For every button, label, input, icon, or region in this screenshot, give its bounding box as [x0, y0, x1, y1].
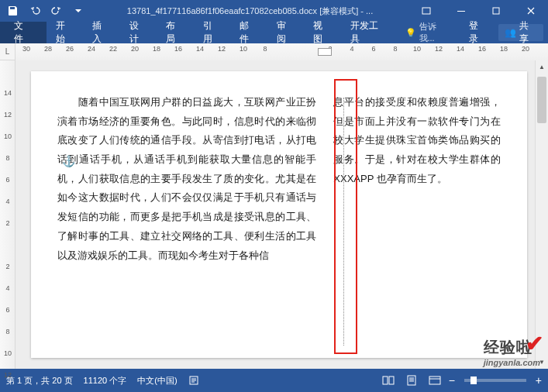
ruler-tick: 30 [16, 45, 37, 53]
ruler-tick: 8 [2, 147, 14, 169]
status-bar: 第 1 页，共 20 页 11120 个字 中文(中国) − + [0, 369, 548, 392]
qat-customize-button[interactable] [68, 2, 88, 20]
ruler-tick: 4 [341, 45, 363, 53]
tab-review[interactable]: 审阅 [267, 22, 305, 43]
tab-insert[interactable]: 插入 [83, 22, 120, 43]
zoom-thumb[interactable] [470, 377, 477, 384]
language[interactable]: 中文(中国) [137, 375, 177, 387]
svg-rect-7 [429, 377, 440, 384]
ruler-tick: 14 [2, 386, 14, 392]
ruler-tick: 6 [363, 45, 384, 53]
read-mode-button[interactable] [379, 372, 398, 389]
ruler-tick: 8 [384, 45, 406, 53]
ruler-tick: 8 [254, 45, 276, 53]
ruler-tick [2, 60, 14, 82]
tab-references[interactable]: 引用 [194, 22, 231, 43]
ruler-tick: 24 [81, 45, 102, 53]
window-controls [408, 0, 548, 22]
ruler-tick: 14 [189, 45, 211, 53]
print-layout-button[interactable] [402, 372, 421, 389]
tab-layout[interactable]: 布局 [157, 22, 194, 43]
ruler-tick: 18 [493, 45, 515, 53]
ruler-tick: 10 [2, 126, 14, 147]
svg-rect-6 [408, 376, 415, 385]
ruler-tick [2, 234, 14, 256]
word-count[interactable]: 11120 个字 [84, 375, 127, 387]
ruler-corner[interactable]: L [0, 43, 16, 60]
vertical-ruler[interactable]: 14121086422468101214 [0, 60, 16, 369]
document-canvas[interactable]: ⚓ 随着中国互联网用户群的日益庞大，互联网产业正扮演着市场经济的重要角色。与此同… [16, 60, 535, 369]
scroll-thumb[interactable] [537, 77, 546, 123]
scroll-up-button[interactable]: ▲ [536, 60, 548, 74]
anchor-icon: ⚓ [62, 155, 75, 167]
lightbulb-icon: 💡 [405, 28, 416, 38]
zoom-in-button[interactable]: + [536, 374, 542, 387]
ruler-tick [298, 45, 319, 53]
tab-home[interactable]: 开始 [47, 22, 84, 43]
tell-me[interactable]: 💡告诉我... [396, 22, 460, 43]
redo-button[interactable] [47, 2, 67, 20]
ruler-tick: 10 [2, 342, 14, 364]
track-changes-icon[interactable] [188, 375, 199, 387]
ruler-tick: 12 [2, 104, 14, 126]
page: ⚓ 随着中国互联网用户群的日益庞大，互联网产业正扮演着市场经济的重要角色。与此同… [31, 71, 527, 358]
ribbon-options-button[interactable] [408, 0, 443, 22]
svg-rect-5 [389, 377, 394, 384]
svg-rect-0 [422, 8, 430, 14]
ruler-tick: 22 [102, 45, 124, 53]
tab-file[interactable]: 文件 [0, 22, 47, 43]
title-bar: 13781_4f177116a86f1f06eaafc17082ceb085.d… [0, 0, 548, 22]
ruler-tick: 6 [2, 299, 14, 321]
column-separator [343, 98, 344, 346]
ruler-tick: 12 [211, 45, 233, 53]
ruler-tick: 8 [2, 321, 14, 342]
ruler-indent-marker[interactable] [318, 48, 332, 56]
ruler-tick: 18 [146, 45, 167, 53]
minimize-button[interactable] [443, 0, 478, 22]
workspace: 14121086422468101214 ⚓ 随着中国互联网用户群的日益庞大，互… [0, 60, 548, 369]
maximize-button[interactable] [478, 0, 513, 22]
horizontal-ruler[interactable]: 302826242220181614121082468101214161820 [16, 43, 548, 60]
zoom-slider[interactable] [464, 379, 526, 382]
horizontal-ruler-row: L 30282624222018161412108246810121416182… [0, 43, 548, 60]
login-button[interactable]: 登录 [460, 22, 497, 43]
tab-mailings[interactable]: 邮件 [230, 22, 267, 43]
ruler-tick: 6 [2, 169, 14, 191]
web-layout-button[interactable] [426, 372, 444, 389]
share-button[interactable]: 👥共享 [498, 24, 543, 41]
undo-button[interactable] [25, 2, 45, 20]
tab-developer[interactable]: 开发工具 [341, 22, 396, 43]
window-title: 13781_4f177116a86f1f06eaafc17082ceb085.d… [91, 5, 408, 17]
tab-view[interactable]: 视图 [304, 22, 341, 43]
ruler-tick: 12 [2, 364, 14, 386]
ruler-tick: 20 [515, 45, 536, 53]
ribbon-tabs: 文件 开始 插入 设计 布局 引用 邮件 审阅 视图 开发工具 💡告诉我... … [0, 22, 548, 43]
svg-rect-1 [457, 11, 465, 12]
page-count[interactable]: 第 1 页，共 20 页 [6, 375, 73, 387]
close-button[interactable] [513, 0, 548, 22]
ruler-tick: 2 [2, 212, 14, 234]
scroll-down-button[interactable]: ▼ [536, 356, 548, 369]
ruler-tick: 16 [471, 45, 493, 53]
ruler-tick: 16 [167, 45, 189, 53]
save-button[interactable] [3, 2, 23, 20]
ruler-tick: 4 [2, 191, 14, 212]
ruler-tick [276, 45, 298, 53]
tab-design[interactable]: 设计 [120, 22, 157, 43]
column-1-text: 随着中国互联网用户群的日益庞大，互联网产业正扮演着市场经济的重要角色。与此同时，… [57, 93, 316, 358]
scroll-track[interactable] [536, 74, 548, 356]
svg-rect-2 [493, 8, 499, 14]
ruler-tick: 26 [59, 45, 81, 53]
vertical-scrollbar[interactable]: ▲ ▼ [535, 60, 548, 369]
ruler-tick: 28 [37, 45, 59, 53]
ruler-tick: 10 [406, 45, 428, 53]
svg-rect-4 [383, 377, 388, 384]
quick-access-toolbar [0, 2, 91, 20]
column-2-text: 息平台的接受度和依赖度普遍增强，但是市面上并没有一款软件专门为在校大学生提供珠宝… [327, 93, 501, 358]
ruler-tick: 4 [2, 277, 14, 299]
ruler-tick: 12 [428, 45, 450, 53]
share-icon: 👥 [505, 27, 516, 38]
zoom-out-button[interactable]: − [449, 374, 455, 387]
ruler-tick: 14 [450, 45, 471, 53]
ruler-tick: 2 [2, 256, 14, 277]
